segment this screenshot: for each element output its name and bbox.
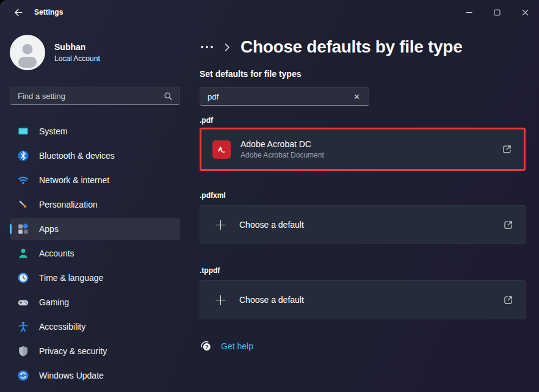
ellipsis-dot (206, 46, 208, 48)
default-app-description: Adobe Acrobat Document (241, 151, 324, 159)
wifi-icon (17, 174, 29, 186)
update-icon (17, 369, 29, 382)
adobe-acrobat-icon (212, 140, 231, 159)
plus-icon (211, 219, 230, 231)
clock-icon (17, 272, 29, 284)
minimize-icon (466, 9, 472, 16)
back-arrow-icon (12, 7, 24, 18)
brush-icon (17, 198, 29, 211)
sidebar-item-bluetooth-devices[interactable]: Bluetooth & devices (10, 145, 180, 167)
choose-default-label: Choose a default (239, 295, 304, 305)
sidebar-search-button[interactable] (162, 90, 175, 103)
breadcrumb-ellipsis-button[interactable] (200, 42, 214, 52)
app-title: Settings (34, 8, 63, 16)
chevron-right-icon (222, 42, 233, 53)
maximize-button[interactable] (483, 0, 511, 24)
sidebar-item-personalization[interactable]: Personalization (10, 194, 180, 216)
settings-window: Settings Subhan Local Account (0, 0, 539, 392)
accessibility-icon (17, 321, 29, 333)
sidebar-item-label: Apps (39, 224, 59, 234)
plus-icon (211, 294, 230, 307)
sidebar-item-label: Accessibility (39, 322, 85, 332)
choose-default-label: Choose a default (239, 220, 304, 230)
sidebar-item-gaming[interactable]: Gaming (10, 291, 180, 313)
extension-label-pdf: .pdf (200, 116, 526, 125)
extension-label-tppdf: .tppdf (200, 266, 526, 275)
filetype-card-pdf[interactable]: Adobe Acrobat DC Adobe Acrobat Document (201, 129, 524, 169)
sidebar-item-windows-update[interactable]: Windows Update (10, 365, 180, 387)
get-help-icon: ? (200, 339, 212, 352)
clear-search-button[interactable]: ✕ (349, 91, 365, 103)
find-a-setting-input[interactable] (18, 92, 162, 101)
window-controls (455, 0, 539, 24)
user-name: Subhan (54, 42, 100, 52)
close-button[interactable] (511, 0, 539, 24)
page-header: Choose defaults by file type (200, 37, 526, 57)
shield-icon (17, 345, 29, 357)
sidebar-item-label: Windows Update (39, 371, 104, 380)
open-external-icon (501, 143, 513, 155)
get-help-row: ? Get help (200, 339, 526, 352)
person-icon (17, 247, 29, 260)
sidebar-nav: System Bluetooth & devices Network & int… (10, 120, 180, 387)
sidebar-item-label: Personalization (39, 200, 98, 209)
filetype-search-box: ✕ (200, 87, 369, 106)
user-profile[interactable]: Subhan Local Account (10, 35, 180, 70)
sidebar-item-label: Privacy & security (39, 346, 107, 356)
find-a-setting-box (10, 87, 180, 105)
extension-label-pdfxml: .pdfxml (200, 191, 526, 200)
sidebar: Subhan Local Account System Bluetooth & … (0, 24, 190, 392)
default-app-name: Adobe Acrobat DC (241, 139, 324, 149)
system-icon (17, 125, 29, 137)
sidebar-item-privacy-security[interactable]: Privacy & security (10, 340, 180, 362)
sidebar-item-network-internet[interactable]: Network & internet (10, 169, 180, 191)
ellipsis-dot (211, 46, 213, 48)
section-label: Set defaults for file types (200, 69, 526, 79)
maximize-icon (494, 9, 501, 16)
sidebar-item-label: Gaming (39, 297, 69, 307)
avatar (10, 35, 45, 70)
sidebar-item-accessibility[interactable]: Accessibility (10, 316, 180, 338)
svg-text:?: ? (205, 344, 209, 350)
search-icon (163, 91, 173, 101)
close-icon (522, 9, 529, 16)
filetype-card-tppdf[interactable]: Choose a default (200, 280, 526, 319)
apps-icon (17, 223, 29, 235)
sidebar-item-label: Network & internet (39, 175, 109, 185)
sidebar-item-label: Time & language (39, 273, 103, 283)
sidebar-item-label: Accounts (39, 249, 74, 258)
sidebar-item-apps[interactable]: Apps (10, 218, 180, 240)
titlebar: Settings (0, 0, 539, 24)
bluetooth-icon (17, 150, 29, 162)
sidebar-item-label: System (39, 126, 68, 136)
gamepad-icon (17, 296, 29, 308)
get-help-link[interactable]: Get help (221, 341, 253, 351)
minimize-button[interactable] (455, 0, 483, 24)
open-external-icon (502, 294, 514, 306)
open-external-icon (502, 219, 514, 231)
sidebar-item-accounts[interactable]: Accounts (10, 242, 180, 264)
filetype-search-input[interactable] (208, 92, 349, 101)
page-title: Choose defaults by file type (241, 37, 462, 57)
filetype-card-pdfxml[interactable]: Choose a default (200, 205, 526, 244)
sidebar-item-label: Bluetooth & devices (39, 151, 115, 161)
main-content: Choose defaults by file type Set default… (190, 24, 539, 392)
user-account-type: Local Account (54, 54, 100, 63)
sidebar-item-system[interactable]: System (10, 120, 180, 142)
highlight-annotation: Adobe Acrobat DC Adobe Acrobat Document (200, 128, 526, 171)
back-button[interactable] (9, 3, 27, 21)
sidebar-item-time-language[interactable]: Time & language (10, 267, 180, 289)
ellipsis-dot (201, 46, 203, 48)
